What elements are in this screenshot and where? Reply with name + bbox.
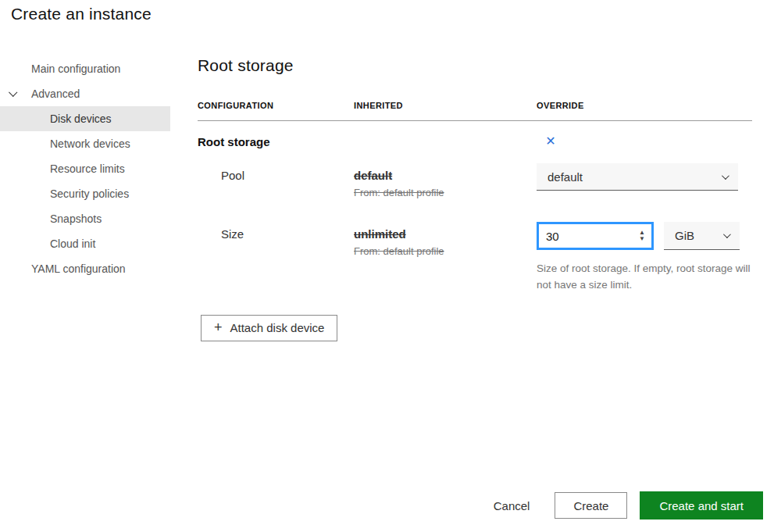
sidebar-item-label: Advanced xyxy=(31,87,80,100)
column-override: OVERRIDE xyxy=(537,101,752,110)
pool-label: Pool xyxy=(198,163,354,198)
size-input[interactable]: 30 ▲▼ xyxy=(537,222,654,250)
step-down-icon[interactable]: ▼ xyxy=(639,236,645,242)
size-inherited-value: unlimited xyxy=(354,222,537,241)
sidebar-item-advanced[interactable]: Advanced xyxy=(0,81,170,106)
size-unit-select[interactable]: GiB xyxy=(664,222,740,250)
table-row-pool: Pool default From: default profile defau… xyxy=(198,163,752,198)
sidebar-item-label: Cloud init xyxy=(50,237,95,250)
pool-inherited-source: From: default profile xyxy=(354,187,537,198)
sidebar-item-cloud-init[interactable]: Cloud init xyxy=(0,231,170,256)
size-unit-value: GiB xyxy=(675,229,694,242)
sidebar-item-snapshots[interactable]: Snapshots xyxy=(0,206,170,231)
attach-disk-device-button[interactable]: + Attach disk device xyxy=(201,315,337,341)
size-inherited-source: From: default profile xyxy=(354,245,537,257)
root-storage-row-label: Root storage xyxy=(198,135,354,148)
sidebar-item-main-configuration[interactable]: Main configuration xyxy=(0,56,170,81)
sidebar-item-label: Resource limits xyxy=(50,162,125,175)
column-configuration: CONFIGURATION xyxy=(198,101,354,110)
attach-button-label: Attach disk device xyxy=(230,321,325,334)
form-navigation-sidebar: Main configuration Advanced Disk devices… xyxy=(0,56,170,281)
create-instance-page: Create an instance Main configuration Ad… xyxy=(0,0,774,532)
section-heading: Root storage xyxy=(198,56,752,75)
table-row-root-storage: Root storage ✕ xyxy=(198,134,752,148)
sidebar-item-label: Main configuration xyxy=(31,62,120,75)
size-inherited-cell: unlimited From: default profile xyxy=(354,222,537,294)
pool-select-value: default xyxy=(548,170,583,184)
sidebar-item-label: Disk devices xyxy=(50,112,112,125)
column-inherited: INHERITED xyxy=(354,101,537,110)
chevron-down-icon xyxy=(722,172,729,180)
cancel-button[interactable]: Cancel xyxy=(484,493,540,519)
sidebar-item-security-policies[interactable]: Security policies xyxy=(0,181,170,206)
plus-icon: + xyxy=(214,320,223,336)
sidebar-item-label: YAML configuration xyxy=(31,262,126,275)
sidebar-item-disk-devices[interactable]: Disk devices xyxy=(0,106,170,131)
sidebar-item-yaml-configuration[interactable]: YAML configuration xyxy=(0,256,170,281)
chevron-down-icon xyxy=(9,88,17,97)
sidebar-item-label: Network devices xyxy=(50,137,130,150)
pool-inherited-cell: default From: default profile xyxy=(354,163,537,198)
chevron-down-icon xyxy=(723,230,731,238)
root-storage-panel: Root storage CONFIGURATION INHERITED OVE… xyxy=(198,56,752,341)
table-row-size: Size unlimited From: default profile 30 … xyxy=(198,222,752,294)
page-title: Create an instance xyxy=(11,5,152,23)
config-table-header: CONFIGURATION INHERITED OVERRIDE xyxy=(198,101,752,121)
sidebar-item-resource-limits[interactable]: Resource limits xyxy=(0,156,170,181)
size-label: Size xyxy=(198,222,354,294)
pool-select[interactable]: default xyxy=(537,163,738,191)
size-help-text: Size of root storage. If empty, root sto… xyxy=(537,261,759,294)
create-button[interactable]: Create xyxy=(555,492,627,519)
sidebar-item-label: Security policies xyxy=(50,187,129,200)
number-stepper[interactable]: ▲▼ xyxy=(639,230,645,242)
sidebar-item-network-devices[interactable]: Network devices xyxy=(0,131,170,156)
create-and-start-button[interactable]: Create and start xyxy=(640,491,763,520)
sidebar-item-label: Snapshots xyxy=(50,212,102,225)
size-input-value: 30 xyxy=(546,230,559,243)
pool-inherited-value: default xyxy=(354,163,537,182)
modal-footer: Cancel Create Create and start xyxy=(484,491,763,520)
clear-override-icon[interactable]: ✕ xyxy=(543,134,558,148)
